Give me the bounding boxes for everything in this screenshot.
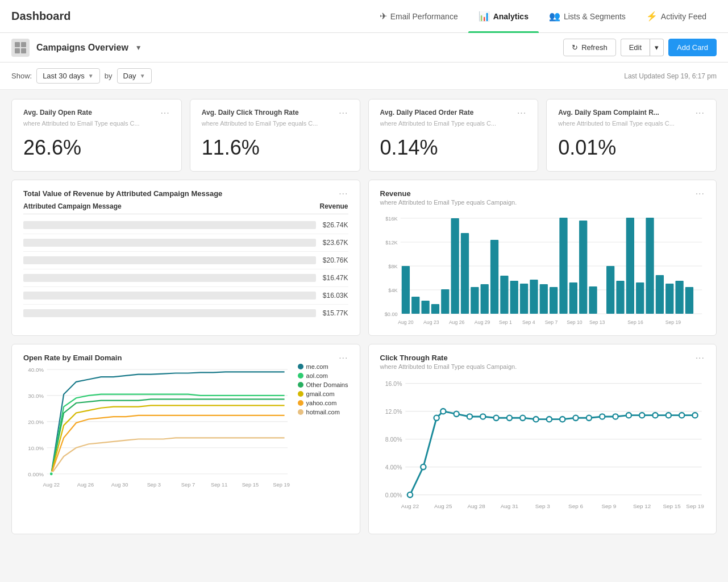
table-row-label-2 xyxy=(23,256,316,264)
svg-point-100 xyxy=(665,413,671,418)
svg-point-99 xyxy=(652,413,658,418)
svg-text:Aug 26: Aug 26 xyxy=(77,482,94,488)
ctr-menu[interactable]: ··· xyxy=(696,354,705,363)
svg-text:Sep 1: Sep 1 xyxy=(499,319,512,325)
svg-text:Sep 4: Sep 4 xyxy=(522,319,535,325)
revenue-chart-menu[interactable]: ··· xyxy=(696,189,705,198)
svg-rect-27 xyxy=(569,282,577,314)
svg-point-92 xyxy=(560,417,565,422)
svg-rect-49 xyxy=(685,287,693,314)
svg-point-80 xyxy=(407,492,412,497)
table-row: $23.67K xyxy=(23,234,348,252)
svg-rect-42 xyxy=(616,281,624,314)
revenue-chart-header-text: Revenue where Attributed to Email Type e… xyxy=(380,189,517,213)
table-header-row: Attributed Campaign Message Revenue xyxy=(23,199,348,214)
metric-card-2: Avg. Daily Placed Order Rate ··· where A… xyxy=(368,99,539,172)
refresh-button[interactable]: ↻ Refresh xyxy=(563,39,616,56)
nav-item-analytics[interactable]: 📊 Analytics xyxy=(468,0,539,33)
svg-point-91 xyxy=(546,417,551,422)
nav-item-email-performance[interactable]: ✈ Email Performance xyxy=(369,0,468,33)
svg-rect-24 xyxy=(539,284,547,314)
revenue-table-menu[interactable]: ··· xyxy=(339,189,348,198)
svg-point-96 xyxy=(613,414,618,419)
metric-card-subtitle-1: where Attributed to Email Type equals C.… xyxy=(202,120,348,127)
period-arrow-icon: ▼ xyxy=(88,73,94,79)
metric-card-subtitle-3: where Attributed to Email Type equals C.… xyxy=(558,120,705,127)
title-dropdown-icon[interactable]: ▼ xyxy=(135,44,142,52)
svg-text:$12K: $12K xyxy=(385,240,397,246)
ctr-header: Click Through Rate where Attributed to E… xyxy=(380,354,705,377)
svg-text:Aug 22: Aug 22 xyxy=(43,482,60,488)
edit-dropdown-button[interactable]: ▾ xyxy=(650,39,664,56)
by-label: by xyxy=(105,72,113,80)
nav-item-activity-feed[interactable]: ⚡ Activity Feed xyxy=(636,0,717,33)
svg-text:Sep 7: Sep 7 xyxy=(181,482,195,488)
header-actions: ↻ Refresh Edit ▾ Add Card xyxy=(563,39,717,56)
svg-rect-13 xyxy=(431,304,439,314)
svg-text:Sep 12: Sep 12 xyxy=(633,503,651,509)
open-rate-menu[interactable]: ··· xyxy=(339,354,348,363)
last-updated-text: Last Updated Sep 19, 6:17 pm xyxy=(624,72,717,80)
svg-rect-48 xyxy=(675,281,683,314)
svg-rect-17 xyxy=(471,287,479,314)
interval-select[interactable]: Day ▼ xyxy=(117,68,152,84)
svg-point-81 xyxy=(421,464,426,469)
ctr-line-chart: 16.0% 12.0% 8.00% 4.00% 0.00% xyxy=(380,377,705,525)
svg-rect-45 xyxy=(646,218,654,314)
yahoo-com-label: yahoo.com xyxy=(306,400,337,406)
ctr-subtitle: where Attributed to Email Type equals Ca… xyxy=(380,363,517,370)
period-select[interactable]: Last 30 days ▼ xyxy=(36,68,100,84)
activity-icon: ⚡ xyxy=(646,11,658,22)
metric-card-1: Avg. Daily Click Through Rate ··· where … xyxy=(190,99,360,172)
nav-item-lists-segments[interactable]: 👥 Lists & Segments xyxy=(539,0,636,33)
aol-com-dot xyxy=(298,373,303,379)
yahoo-com-dot xyxy=(298,400,303,406)
svg-text:0.00%: 0.00% xyxy=(28,471,44,477)
metric-card-0: Avg. Daily Open Rate ··· where Attribute… xyxy=(11,99,182,172)
svg-text:Aug 28: Aug 28 xyxy=(467,503,485,509)
table-row-value-1: $23.67K xyxy=(323,239,348,247)
svg-point-90 xyxy=(533,417,538,422)
hotmail-com-dot xyxy=(298,409,303,415)
metric-card-value-0: 26.6% xyxy=(23,136,170,160)
metric-card-value-1: 11.6% xyxy=(202,136,348,160)
charts-row-1: Total Value of Revenue by Attributed Cam… xyxy=(11,180,717,336)
svg-text:0.00%: 0.00% xyxy=(385,492,402,498)
svg-rect-23 xyxy=(530,280,538,314)
table-row: $26.74K xyxy=(23,217,348,234)
metric-card-menu-0[interactable]: ··· xyxy=(160,109,169,118)
revenue-table-header: Total Value of Revenue by Attributed Cam… xyxy=(23,189,348,199)
hotmail-com-label: hotmail.com xyxy=(306,409,340,415)
metric-card-subtitle-0: where Attributed to Email Type equals C.… xyxy=(23,120,170,127)
svg-point-83 xyxy=(440,409,446,414)
table-row-label-1 xyxy=(23,239,316,247)
svg-text:$0.00: $0.00 xyxy=(384,311,397,317)
svg-point-89 xyxy=(520,415,525,421)
table-row: $20.76K xyxy=(23,252,348,269)
campaigns-icon xyxy=(11,39,30,57)
controls-bar: Show: Last 30 days ▼ by Day ▼ Last Updat… xyxy=(0,63,728,90)
svg-text:Aug 25: Aug 25 xyxy=(434,503,452,509)
show-label: Show: xyxy=(11,72,32,80)
main-nav: ✈ Email Performance 📊 Analytics 👥 Lists … xyxy=(369,0,717,33)
metric-card-menu-2[interactable]: ··· xyxy=(517,109,526,118)
svg-text:16.0%: 16.0% xyxy=(385,381,402,387)
legend-gmail-com: gmail.com xyxy=(298,390,348,397)
charts-row-2: Open Rate by Email Domain ··· 40.0% 30.0… xyxy=(11,344,717,534)
svg-point-97 xyxy=(626,413,631,418)
svg-point-101 xyxy=(679,413,684,418)
edit-button[interactable]: Edit xyxy=(621,39,650,56)
ctr-title: Click Through Rate xyxy=(380,354,517,362)
svg-text:Sep 13: Sep 13 xyxy=(589,319,605,325)
table-rows: $26.74K $23.67K $20.76K $16.47K $16.03K … xyxy=(23,217,348,322)
svg-point-85 xyxy=(467,414,472,419)
header: Dashboard ✈ Email Performance 📊 Analytic… xyxy=(0,0,728,33)
svg-rect-18 xyxy=(480,284,488,314)
svg-rect-22 xyxy=(519,284,527,314)
metric-card-menu-1[interactable]: ··· xyxy=(339,109,348,118)
campaigns-overview-title: Campaigns Overview xyxy=(36,43,128,53)
svg-rect-20 xyxy=(500,276,508,314)
svg-point-86 xyxy=(480,414,485,419)
metric-card-menu-3[interactable]: ··· xyxy=(696,109,705,118)
add-card-button[interactable]: Add Card xyxy=(668,39,717,56)
